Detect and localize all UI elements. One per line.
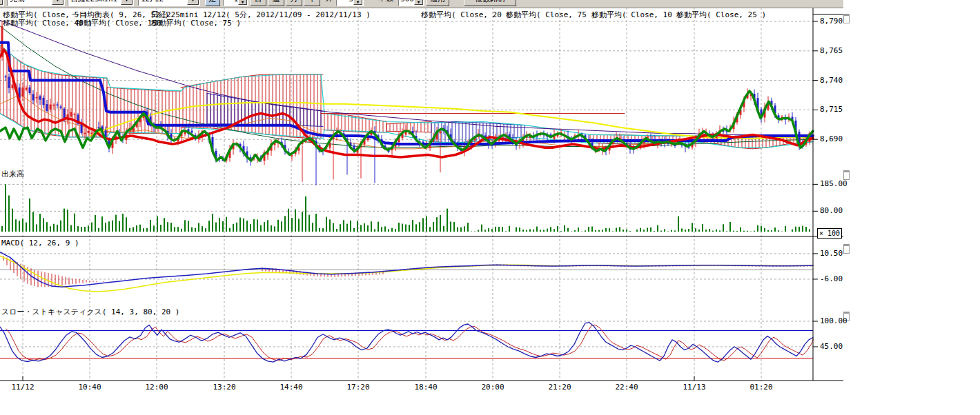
category-dropdown[interactable]: 先物 ▼: [7, 0, 65, 6]
toolbar: ▼ 先物 ▼ 日経225mini ▼ 12/12 ▼ 足 1 ▲▼ 日週月年 分…: [0, 0, 843, 8]
thin-moving-averages: [0, 20, 813, 149]
axis-frame: [0, 8, 843, 381]
trading-chart-window: { "toolbar": { "combo_category": "先物", "…: [0, 0, 980, 415]
time-axis-label: 01:20: [747, 383, 775, 392]
time-axis-label: 21:20: [546, 383, 574, 392]
multi-symbol-button[interactable]: 複数銘柄: [464, 0, 516, 6]
volume-multiplier-badge: × 100: [817, 228, 842, 239]
legend-item: 移動平均( Close, 75 ): [506, 10, 596, 20]
stochastics-panel-series: [0, 323, 813, 362]
legend-item: 移動平均( Close, 25 ): [676, 10, 766, 20]
legend-item: 移動平均( Close, 10 ): [591, 10, 681, 20]
time-axis-date-label: 11/12: [9, 383, 37, 392]
legend-item: 移動平均( Close, 20 ): [421, 10, 511, 20]
category-dropdown-value: 先物: [10, 0, 25, 3]
price-axis-tick: 8,790: [820, 17, 843, 26]
time-axis-date-label: 11/13: [680, 383, 708, 392]
macd-panel-series: [0, 252, 813, 292]
spinner-arrows-icon[interactable]: ▲▼: [238, 0, 247, 5]
stoch-axis-tick: 100.00: [820, 316, 847, 325]
candlesticks: [1, 21, 811, 185]
chevron-down-icon[interactable]: ▼: [0, 0, 3, 5]
thick-moving-averages: [0, 43, 813, 161]
bar-count-spinner[interactable]: 500 ▲▼: [398, 0, 424, 6]
period-button-1[interactable]: 日: [250, 0, 266, 6]
stoch-panel-label: スロー・ストキャスティクス( 14, 3, 80, 20 ): [1, 307, 179, 317]
contract-dropdown[interactable]: 12/12 ▼: [138, 0, 200, 6]
volume-panel-label: 出来高: [1, 169, 24, 179]
prev-combo-arrow[interactable]: ▼: [0, 0, 4, 6]
time-axis-label: 13:20: [210, 383, 238, 392]
spinner-arrows-icon[interactable]: ▲▼: [353, 0, 362, 5]
macd-axis-tick: -6.00: [820, 274, 843, 283]
apply-button[interactable]: 適用: [426, 0, 449, 6]
period-button-3[interactable]: 月: [286, 0, 302, 6]
contract-dropdown-value: 12/12: [141, 0, 164, 3]
bar-type-button[interactable]: 足: [205, 0, 220, 6]
bar-period-spinner[interactable]: 1 ▲▼: [223, 0, 248, 6]
price-axis-tick: 8,690: [820, 134, 843, 143]
period-button-4[interactable]: 年: [304, 0, 320, 6]
period-button-2[interactable]: 週: [268, 0, 284, 6]
price-axis-tick: 8,740: [820, 76, 843, 85]
volume-axis-tick: 80.00: [820, 206, 843, 215]
bar-count-value: 500: [400, 0, 414, 3]
time-axis-label: 17:20: [344, 383, 372, 392]
chevron-down-icon[interactable]: ▼: [187, 0, 199, 5]
volume-bars: [1, 184, 810, 232]
bar-count-label: 本数: [378, 0, 398, 6]
time-axis-label: 22:40: [613, 383, 640, 392]
time-axis-label: 10:40: [76, 383, 104, 392]
time-axis-label: 12:00: [143, 383, 170, 392]
minute-mode-label[interactable]: 分: [324, 0, 334, 6]
minute-value: 5: [349, 0, 353, 3]
macd-axis-tick: 10.50: [820, 249, 843, 258]
stoch-axis-tick: 45.00: [820, 342, 843, 351]
gridlines: [0, 8, 813, 381]
chevron-down-icon[interactable]: ▼: [52, 0, 63, 5]
price-pane-handle-icon[interactable]: [843, 14, 850, 23]
symbol-dropdown-value: 日経225mini: [70, 0, 117, 3]
minute-value-spinner[interactable]: 5 ▲▼: [336, 0, 364, 6]
spinner-arrows-icon[interactable]: ▲▼: [414, 0, 423, 5]
macd-pane-handle-icon[interactable]: [843, 244, 850, 254]
price-axis-tick: 8,765: [820, 46, 843, 55]
chevron-down-icon[interactable]: ▼: [121, 0, 133, 5]
time-axis-label: 20:00: [479, 383, 507, 392]
volume-pane-handle-icon[interactable]: [843, 170, 850, 180]
macd-panel-label: MACD( 12, 26, 9 ): [1, 239, 79, 247]
time-axis-label: 14:40: [277, 383, 305, 392]
time-axis-label: 18:40: [412, 383, 440, 392]
legend-item: 移動平均( Close, 75 ): [151, 18, 241, 28]
price-axis-tick: 8,715: [820, 105, 843, 114]
symbol-dropdown[interactable]: 日経225mini ▼: [68, 0, 134, 6]
volume-axis-tick: 185.00: [820, 179, 847, 188]
bar-period-value: 1: [233, 0, 238, 3]
